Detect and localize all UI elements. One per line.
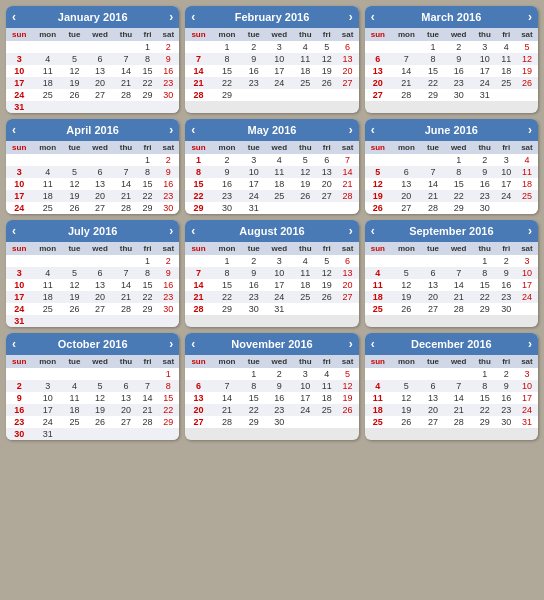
weekday-header-thu: thu [114, 355, 137, 368]
day-cell: 2 [444, 41, 473, 53]
month-title: December 2016 [375, 338, 528, 350]
day-cell: 26 [63, 303, 86, 315]
day-cell: 1 [138, 255, 158, 267]
week-row: 12131415161718 [365, 178, 538, 190]
day-cell: 19 [63, 291, 86, 303]
month-header-1: ‹January 2016› [6, 6, 179, 28]
day-cell: 20 [391, 190, 422, 202]
day-cell: 13 [86, 178, 115, 190]
day-cell [114, 368, 137, 380]
day-cell: 3 [516, 255, 538, 267]
day-cell: 10 [516, 380, 538, 392]
day-cell: 14 [337, 166, 359, 178]
day-cell [422, 368, 445, 380]
week-row: 20212223242526 [365, 77, 538, 89]
weekday-header-sat: sat [337, 28, 359, 41]
week-row: 11121314151617 [365, 392, 538, 404]
day-cell: 6 [337, 41, 359, 53]
day-cell: 12 [63, 65, 86, 77]
day-cell: 5 [516, 41, 538, 53]
week-row: 78910111213 [185, 267, 358, 279]
day-cell: 5 [294, 154, 317, 166]
day-cell: 21 [138, 404, 158, 416]
day-cell: 25 [294, 291, 317, 303]
weekday-header-fri: fri [317, 355, 337, 368]
day-cell: 21 [337, 178, 359, 190]
day-cell: 30 [212, 202, 243, 214]
month-header-4: ‹April 2016› [6, 119, 179, 141]
weekday-header-thu: thu [114, 141, 137, 154]
day-cell: 18 [32, 291, 63, 303]
day-cell: 24 [6, 202, 32, 214]
day-cell: 30 [242, 303, 265, 315]
day-cell: 16 [242, 279, 265, 291]
day-cell: 27 [391, 202, 422, 214]
next-month-btn[interactable]: › [169, 123, 173, 137]
weekday-header-mon: mon [32, 242, 63, 255]
day-cell: 13 [422, 279, 445, 291]
day-cell: 22 [157, 404, 179, 416]
next-month-btn[interactable]: › [528, 123, 532, 137]
weekday-header-fri: fri [496, 242, 516, 255]
next-month-btn[interactable]: › [349, 337, 353, 351]
week-row: 18192021222324 [365, 404, 538, 416]
day-cell: 14 [114, 65, 137, 77]
day-cell: 15 [138, 178, 158, 190]
day-cell: 25 [63, 416, 86, 428]
day-cell: 30 [157, 303, 179, 315]
day-cell: 10 [32, 392, 63, 404]
week-row: 45678910 [365, 380, 538, 392]
day-cell: 31 [32, 428, 63, 440]
day-cell [157, 315, 179, 327]
next-month-btn[interactable]: › [528, 337, 532, 351]
month-title: March 2016 [375, 11, 528, 23]
day-cell: 13 [185, 392, 211, 404]
weekday-header-mon: mon [212, 242, 243, 255]
next-month-btn[interactable]: › [349, 10, 353, 24]
day-cell [516, 202, 538, 214]
next-month-btn[interactable]: › [349, 123, 353, 137]
day-cell: 13 [86, 65, 115, 77]
next-month-btn[interactable]: › [528, 10, 532, 24]
weekday-header-tue: tue [422, 141, 445, 154]
day-cell: 24 [6, 303, 32, 315]
day-cell: 9 [157, 267, 179, 279]
day-cell: 15 [212, 279, 243, 291]
day-cell: 20 [185, 404, 211, 416]
week-row: 12 [6, 41, 179, 53]
day-cell: 25 [32, 303, 63, 315]
day-cell: 22 [138, 77, 158, 89]
next-month-btn[interactable]: › [169, 337, 173, 351]
weekday-header-sat: sat [516, 141, 538, 154]
next-month-btn[interactable]: › [169, 224, 173, 238]
day-cell: 18 [496, 65, 516, 77]
day-cell: 10 [6, 178, 32, 190]
weekday-header-fri: fri [138, 355, 158, 368]
day-cell: 6 [86, 166, 115, 178]
weekday-header-mon: mon [212, 28, 243, 41]
week-row: 45678910 [365, 267, 538, 279]
day-cell [6, 41, 32, 53]
weekday-header-sun: sun [365, 28, 391, 41]
week-row: 16171819202122 [6, 404, 179, 416]
week-row: 24252627282930 [6, 202, 179, 214]
day-cell: 2 [473, 154, 496, 166]
next-month-btn[interactable]: › [349, 224, 353, 238]
day-cell: 24 [496, 190, 516, 202]
day-cell [114, 154, 137, 166]
day-cell: 27 [337, 77, 359, 89]
day-cell: 29 [212, 303, 243, 315]
day-cell: 18 [294, 279, 317, 291]
day-cell: 4 [294, 255, 317, 267]
day-cell: 26 [294, 190, 317, 202]
day-cell [337, 89, 359, 101]
day-cell: 25 [365, 303, 391, 315]
week-row: 293031 [185, 202, 358, 214]
next-month-btn[interactable]: › [528, 224, 532, 238]
day-cell: 11 [294, 267, 317, 279]
week-row: 13141516171819 [185, 392, 358, 404]
calendar-table: sunmontuewedthufrisat 123456789101112131… [365, 28, 538, 101]
day-cell [114, 101, 137, 113]
day-cell: 8 [212, 53, 243, 65]
next-month-btn[interactable]: › [169, 10, 173, 24]
